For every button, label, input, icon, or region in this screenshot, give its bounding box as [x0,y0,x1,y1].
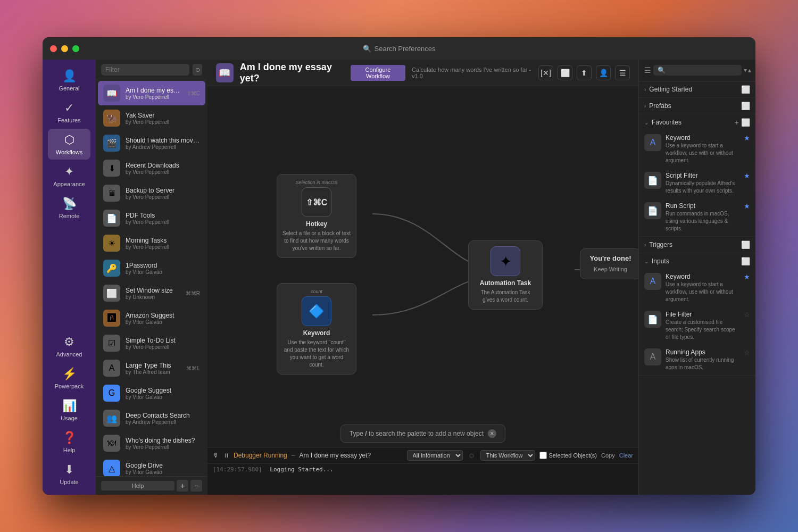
workflow-item-name: Backup to Server [126,187,200,194]
help-button[interactable]: Help [101,481,174,491]
toolbar-btn-1[interactable]: [✕] [538,65,553,80]
rp-collapse-button[interactable]: ⬜ [741,118,750,127]
hotkey-node[interactable]: Selection in macOS ⇧⌘C Hotkey Select a f… [277,174,356,258]
workflow-item-icon: G [103,385,120,402]
rp-item[interactable]: A Keyword Use a keyword to start a workf… [639,130,755,168]
debug-copy-button[interactable]: Copy [601,452,615,459]
rp-star[interactable]: ★ [744,134,750,142]
rp-item[interactable]: 📄 File Filter Create a customised file s… [639,307,755,345]
workflow-item[interactable]: 🍽 Who's doing the dishes? by Vero Pepper… [98,431,205,455]
rp-section-header[interactable]: › Getting Started ⬜ [639,81,755,97]
workflow-item[interactable]: ☑ Simple To-Do List by Vero Pepperrell [98,331,205,355]
close-button[interactable] [50,45,57,52]
rp-star[interactable]: ★ [744,273,750,281]
rp-section-header[interactable]: ⌄ Inputs ⬜ [639,253,755,269]
rp-star[interactable]: ★ [744,172,750,180]
filter-input[interactable] [101,64,189,76]
workflow-item[interactable]: 👥 Deep Contacts Search by Andrew Pepperr… [98,406,205,430]
debug-clear-button[interactable]: Clear [619,452,633,459]
rp-search-input[interactable] [653,65,742,76]
rp-collapse-button[interactable]: ⬜ [741,85,750,94]
debug-message: Logging Started... [270,466,333,473]
sidebar-item-features[interactable]: ✓ Features [48,97,90,128]
sidebar-item-general[interactable]: 👤 General [48,65,90,96]
sidebar-item-powerpack[interactable]: ⚡ Powerpack [48,363,90,394]
workflow-item[interactable]: G Google Suggest by Vítor Galvão [98,381,205,405]
toolbar-btn-5[interactable]: ☰ [615,65,630,80]
toolbar-btn-3[interactable]: ⬆ [577,65,592,80]
rp-star[interactable]: ★ [744,202,750,210]
workflow-item[interactable]: ⬇ Recent Downloads by Vero Pepperrell [98,156,205,180]
debug-filter-select[interactable]: All Information [407,450,463,461]
workflow-item-info: Google Drive by Vítor Galvão [126,462,200,475]
add-workflow-button[interactable]: + [177,480,188,492]
configure-workflow-button[interactable]: Configure Workflow [351,65,405,81]
fullscreen-button[interactable] [72,45,79,52]
sidebar-item-update[interactable]: ⬇ Update [48,459,90,489]
debug-selected-checkbox[interactable] [539,452,547,459]
workflow-item[interactable]: 📖 Am I done my essay yet? by Vero Pepper… [98,81,205,105]
workflow-item[interactable]: 🅰 Amazon Suggest by Vítor Galvão [98,306,205,330]
sidebar-item-advanced[interactable]: ⚙ Advanced [48,331,90,362]
sidebar-label-remote: Remote [59,213,80,219]
rp-up-button[interactable]: ▾ [744,66,747,74]
rp-collapse-button[interactable]: ⬜ [741,102,750,110]
debug-checkbox-wrap: Selected Object(s) [539,452,597,459]
toolbar-btn-2[interactable]: ⬜ [558,65,572,80]
keyword-node[interactable]: count 🔷 Keyword Use the keyword "count" … [277,283,356,375]
workflow-item[interactable]: 🖥 Backup to Server by Vero Pepperrell [98,181,205,205]
rp-item[interactable]: 📄 Run Script Run commands in macOS, usin… [639,198,755,236]
rp-section-header[interactable]: ⌄ Favourites + ⬜ [639,114,755,130]
workflow-item[interactable]: ☀ Morning Tasks by Vero Pepperrell [98,231,205,255]
minimize-button[interactable] [61,45,68,52]
toolbar-btn-4[interactable]: 👤 [596,65,611,80]
rp-item[interactable]: 📄 Script Filter Dynamically populate Alf… [639,168,755,198]
rp-section-actions: ⬜ [741,85,750,94]
sidebar-item-remote[interactable]: 📡 Remote [48,193,90,223]
filter-button[interactable]: ⊙ [193,64,202,76]
rp-list-button[interactable]: ☰ [644,64,651,77]
automation-node[interactable]: ✦ Automation Task The Automation Task gi… [468,240,543,310]
rp-down-button[interactable]: ▴ [748,66,751,74]
palette-hint-text: Type / to search the palette to add a ne… [350,430,484,437]
rp-section-actions: ⬜ [741,102,750,110]
workflow-item-author: by Vítor Galvão [126,469,200,475]
sidebar-item-workflows[interactable]: ⬡ Workflows [48,129,90,160]
sidebar-item-appearance[interactable]: ✦ Appearance [48,161,90,192]
workflow-item-name: Who's doing the dishes? [126,437,200,444]
rp-add-button[interactable]: + [735,118,739,127]
rp-item-desc: Dynamically populate Alfred's results wi… [666,180,739,195]
workflow-item-icon: 🔑 [103,260,120,277]
workflow-item[interactable]: 📄 PDF Tools by Vero Pepperrell [98,206,205,230]
rp-collapse-button[interactable]: ⬜ [741,257,750,265]
rp-chevron: ⌄ [644,120,649,126]
rp-section-header[interactable]: › Triggers ⬜ [639,237,755,253]
palette-hint-close[interactable]: ✕ [488,429,496,438]
automation-desc: The Automation Task gives a word count. [474,289,537,304]
sidebar-item-usage[interactable]: 📊 Usage [48,395,90,426]
canvas-header: 📖 Am I done my essay yet? Configure Work… [207,60,638,86]
sidebar-item-help[interactable]: ❓ Help [48,427,90,458]
rp-item[interactable]: A Running Apps Show list of currently ru… [639,345,755,375]
canvas-area: 📖 Am I done my essay yet? Configure Work… [207,60,638,495]
rp-star[interactable]: ☆ [744,348,750,356]
workflow-item[interactable]: 🎬 Should I watch this movie? by Andrew P… [98,131,205,155]
remove-workflow-button[interactable]: − [190,480,202,492]
debugger-header: 🎙 ⏸ Debugger Running – Am I done my essa… [207,447,638,464]
rp-star[interactable]: ☆ [744,311,750,319]
workflow-list-footer: Help + − [96,476,207,495]
workflow-item-icon: 👥 [103,410,120,427]
canvas: Selection in macOS ⇧⌘C Hotkey Select a f… [207,86,638,447]
workflow-item-author: by Vero Pepperrell [126,169,200,175]
workflow-item[interactable]: △ Google Drive by Vítor Galvão [98,456,205,476]
workflow-item[interactable]: 🔑 1Password by Vítor Galvão [98,256,205,280]
rp-collapse-button[interactable]: ⬜ [741,240,750,249]
debug-scope-select[interactable]: This Workflow [480,450,535,461]
rp-item[interactable]: A Keyword Use a keyword to start a workf… [639,269,755,307]
workflow-item[interactable]: 🦬 Yak Saver by Vero Pepperrell [98,106,205,130]
debugger-pause-button[interactable]: ⏸ [223,452,229,459]
workflow-item[interactable]: ⬜ Set Window size by Unknown ⌘⌘R [98,281,205,305]
workflow-item[interactable]: A Large Type This by The Alfred team ⌘⌘L [98,356,205,380]
rp-section-header[interactable]: › Prefabs ⬜ [639,98,755,114]
done-node[interactable]: You're done! Keep Writing [580,248,638,279]
